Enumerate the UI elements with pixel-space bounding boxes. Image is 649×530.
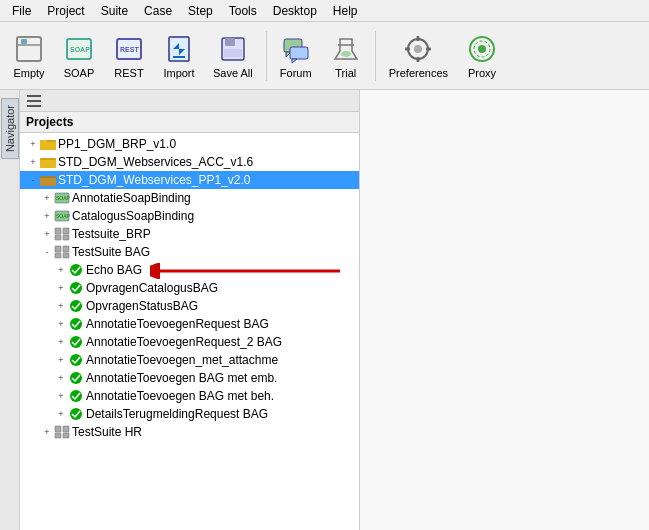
tree-item-testsuite-bag[interactable]: - TestSuite BAG: [20, 243, 359, 261]
tree-item-annotatie-req2[interactable]: + AnnotatieToevoegenRequest_2 BAG: [20, 333, 359, 351]
rest-button[interactable]: REST REST: [106, 27, 152, 85]
import-button[interactable]: Import: [156, 27, 202, 85]
label-testsuite-bag: TestSuite BAG: [72, 245, 150, 259]
svg-rect-32: [40, 160, 56, 168]
svg-rect-60: [55, 433, 61, 438]
expand-icon-annotatie-req2[interactable]: +: [54, 335, 68, 349]
label-testsuite-hr: TestSuite HR: [72, 425, 142, 439]
check-icon-annotatie-met: [68, 353, 84, 367]
svg-point-50: [70, 282, 82, 294]
expand-icon-pp1[interactable]: +: [26, 137, 40, 151]
svg-rect-46: [63, 253, 69, 258]
tree-item-annotatie-beh[interactable]: + AnnotatieToevoegen BAG met beh.: [20, 387, 359, 405]
svg-point-52: [70, 318, 82, 330]
menu-tools[interactable]: Tools: [221, 2, 265, 20]
expand-icon-annotatie-emb[interactable]: +: [54, 371, 68, 385]
svg-point-20: [414, 45, 422, 53]
expand-icon-details-terugmelding[interactable]: +: [54, 407, 68, 421]
expand-icon-std-pp1[interactable]: -: [26, 173, 40, 187]
tree-item-annotatie-met[interactable]: + AnnotatieToevoegen_met_attachme: [20, 351, 359, 369]
preferences-button[interactable]: Preferences: [382, 27, 455, 85]
svg-text:SOAP: SOAP: [70, 46, 90, 53]
svg-rect-15: [290, 47, 308, 59]
label-annotatie-req2: AnnotatieToevoegenRequest_2 BAG: [86, 335, 282, 349]
panel-toolbar: [20, 90, 359, 112]
tree-item-testsuite-hr[interactable]: + TestSuite HR: [20, 423, 359, 441]
svg-point-53: [70, 336, 82, 348]
expand-icon-opvragen-catalogus[interactable]: +: [54, 281, 68, 295]
expand-icon-annotatie-req[interactable]: +: [54, 317, 68, 331]
panel-title: Projects: [20, 112, 359, 133]
label-annotatie-emb: AnnotatieToevoegen BAG met emb.: [86, 371, 277, 385]
expand-icon-catalogus-soap[interactable]: +: [40, 209, 54, 223]
soap-icon-catalogus: SOAP: [54, 209, 70, 223]
menu-icon[interactable]: [24, 92, 44, 110]
navigator-tab[interactable]: Navigator: [0, 90, 20, 530]
tree-item-std-acc[interactable]: + STD_DGM_Webservices_ACC_v1.6: [20, 153, 359, 171]
check-icon-annotatie-req: [68, 317, 84, 331]
svg-rect-30: [40, 142, 56, 150]
toolbar-separator-2: [375, 31, 376, 81]
menu-suite[interactable]: Suite: [93, 2, 136, 20]
tree-item-echo-bag[interactable]: + Echo BAG: [20, 261, 359, 279]
tree-item-std-pp1[interactable]: - STD_DGM_Webservices_PP1_v2.0: [20, 171, 359, 189]
svg-text:REST: REST: [120, 46, 139, 53]
soap-button[interactable]: SOAP SOAP: [56, 27, 102, 85]
tree-item-details-terugmelding[interactable]: + DetailsTerugmeldingRequest BAG: [20, 405, 359, 423]
expand-icon-echo-bag[interactable]: +: [54, 263, 68, 277]
tree-item-catalogus-soap[interactable]: + SOAP CatalogusSoapBinding: [20, 207, 359, 225]
save-all-label: Save All: [213, 67, 253, 79]
menu-file[interactable]: File: [4, 2, 39, 20]
expand-icon-testsuite-hr[interactable]: +: [40, 425, 54, 439]
expand-icon-std-acc[interactable]: +: [26, 155, 40, 169]
svg-rect-42: [63, 235, 69, 240]
tree-item-annotatie-toevoegen-req[interactable]: + AnnotatieToevoegenRequest BAG: [20, 315, 359, 333]
navigator-label[interactable]: Navigator: [1, 98, 19, 159]
forum-button[interactable]: Forum: [273, 27, 319, 85]
svg-rect-34: [40, 178, 56, 186]
svg-rect-41: [55, 235, 61, 240]
tree-item-opvragen-status[interactable]: + OpvragenStatusBAG: [20, 297, 359, 315]
expand-icon-opvragen-status[interactable]: +: [54, 299, 68, 313]
empty-icon: [13, 33, 45, 65]
trial-label: Trial: [335, 67, 356, 79]
save-all-button[interactable]: Save All: [206, 27, 260, 85]
menu-desktop[interactable]: Desktop: [265, 2, 325, 20]
check-icon-opvragen-status: [68, 299, 84, 313]
soap-label: SOAP: [64, 67, 95, 79]
expand-icon-annotatie-met[interactable]: +: [54, 353, 68, 367]
tree-item-annotatie-soap[interactable]: + SOAP AnnotatieSoapBinding: [20, 189, 359, 207]
folder-icon-std-acc: [40, 155, 56, 169]
svg-marker-16: [292, 59, 297, 63]
expand-icon-annotatie-beh[interactable]: +: [54, 389, 68, 403]
toolbar-separator-1: [266, 31, 267, 81]
proxy-button[interactable]: Proxy: [459, 27, 505, 85]
menu-case[interactable]: Case: [136, 2, 180, 20]
tree-item-opvragen-catalogus[interactable]: + OpvragenCatalogusBAG: [20, 279, 359, 297]
svg-rect-11: [225, 38, 235, 46]
expand-icon-annotatie-soap[interactable]: +: [40, 191, 54, 205]
expand-icon-testsuite-brp[interactable]: +: [40, 227, 54, 241]
svg-rect-58: [55, 426, 61, 432]
tree-item-pp1[interactable]: + PP1_DGM_BRP_v1.0: [20, 135, 359, 153]
check-icon-annotatie-req2: [68, 335, 84, 349]
expand-icon-testsuite-bag[interactable]: -: [40, 245, 54, 259]
tree-item-testsuite-brp[interactable]: + Testsuite_BRP: [20, 225, 359, 243]
soap-icon-annotatie: SOAP: [54, 191, 70, 205]
empty-button[interactable]: Empty: [6, 27, 52, 85]
label-annotatie-beh: AnnotatieToevoegen BAG met beh.: [86, 389, 274, 403]
tree-container[interactable]: + PP1_DGM_BRP_v1.0 +: [20, 133, 359, 530]
import-icon: [163, 33, 195, 65]
trial-button[interactable]: Trial: [323, 27, 369, 85]
svg-text:SOAP: SOAP: [56, 213, 70, 219]
label-annotatie-met: AnnotatieToevoegen_met_attachme: [86, 353, 278, 367]
svg-point-18: [341, 51, 351, 57]
menu-step[interactable]: Step: [180, 2, 221, 20]
svg-point-26: [478, 45, 486, 53]
menu-project[interactable]: Project: [39, 2, 92, 20]
grid-icon-bag: [54, 245, 70, 259]
menu-help[interactable]: Help: [325, 2, 366, 20]
forum-icon: [280, 33, 312, 65]
svg-point-54: [70, 354, 82, 366]
tree-item-annotatie-emb[interactable]: + AnnotatieToevoegen BAG met emb.: [20, 369, 359, 387]
